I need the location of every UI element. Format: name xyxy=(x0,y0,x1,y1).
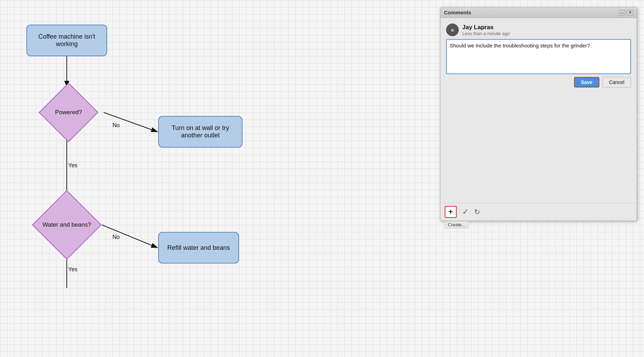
comment-entry: ● Jay Lapras Less than a minute ago Shou… xyxy=(446,24,631,87)
comments-footer: + ✓ ↻ Create... xyxy=(440,203,637,221)
comments-panel: Comments — ✕ ● Jay Lapras Less than a mi… xyxy=(440,7,637,221)
node-water-beans: Water and beans? xyxy=(32,197,102,253)
arrow-label-yes-powered: Yes xyxy=(68,162,77,169)
minimize-button[interactable]: — xyxy=(619,10,625,15)
comments-titlebar: Comments — ✕ xyxy=(440,7,637,18)
node-start: Coffee machine isn't working xyxy=(26,25,107,56)
create-label: Create... xyxy=(445,221,469,228)
node-refill: Refill water and beans xyxy=(158,232,239,264)
comment-textarea[interactable]: Should we include the troubleshooting st… xyxy=(446,39,631,74)
avatar: ● xyxy=(446,24,459,36)
cancel-button[interactable]: Cancel xyxy=(602,77,631,87)
comments-spacer xyxy=(446,92,631,197)
save-button[interactable]: Save xyxy=(574,77,600,87)
arrow-label-yes-water: Yes xyxy=(68,266,77,273)
node-turn-on: Turn on at wall or try another outlet xyxy=(158,116,243,148)
comment-author: Jay Lapras xyxy=(462,24,510,31)
refresh-icon[interactable]: ↻ xyxy=(474,208,480,215)
comment-actions: Save Cancel xyxy=(446,77,631,87)
check-icon[interactable]: ✓ xyxy=(462,208,469,216)
comment-time: Less than a minute ago xyxy=(462,31,510,36)
arrow-label-no-powered: No xyxy=(112,122,120,129)
comment-header: ● Jay Lapras Less than a minute ago xyxy=(446,24,631,36)
titlebar-buttons: — ✕ xyxy=(619,10,633,15)
close-button[interactable]: ✕ xyxy=(627,10,633,15)
comments-body: ● Jay Lapras Less than a minute ago Shou… xyxy=(440,18,637,203)
add-comment-button[interactable]: + xyxy=(445,206,457,218)
comment-meta: Jay Lapras Less than a minute ago xyxy=(462,24,510,36)
comments-title: Comments xyxy=(444,9,471,15)
arrow-label-no-water: No xyxy=(112,234,120,240)
node-powered: Powered? xyxy=(40,84,97,141)
